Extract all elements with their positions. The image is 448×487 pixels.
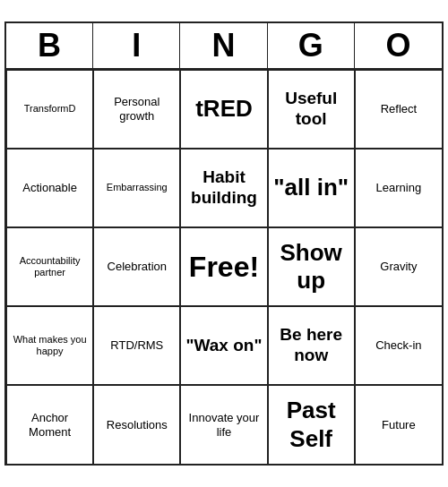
header-letter: O bbox=[355, 23, 442, 68]
cell-label: Anchor Moment bbox=[11, 411, 89, 439]
bingo-cell: Celebration bbox=[93, 227, 180, 306]
cell-label: Habit building bbox=[185, 167, 263, 209]
cell-label: Past Self bbox=[272, 397, 350, 452]
cell-label: Resolutions bbox=[107, 418, 168, 432]
cell-label: tRED bbox=[195, 95, 253, 123]
bingo-cell: Reflect bbox=[355, 70, 442, 149]
cell-label: TransformD bbox=[24, 103, 76, 115]
header-letter: G bbox=[268, 23, 355, 68]
header-letter: I bbox=[93, 23, 180, 68]
bingo-cell: Embarrassing bbox=[93, 149, 180, 227]
bingo-cell: Habit building bbox=[180, 149, 267, 227]
bingo-cell: "Wax on" bbox=[180, 306, 267, 385]
bingo-cell: "all in" bbox=[268, 149, 355, 227]
bingo-cell: Gravity bbox=[355, 227, 442, 306]
bingo-cell: What makes you happy bbox=[6, 306, 93, 385]
bingo-cell: Anchor Moment bbox=[6, 385, 93, 464]
bingo-cell: Innovate your life bbox=[180, 385, 267, 464]
cell-label: What makes you happy bbox=[11, 334, 89, 357]
cell-label: Personal growth bbox=[98, 95, 176, 123]
bingo-cell: Future bbox=[355, 385, 442, 464]
bingo-header: BINGO bbox=[6, 23, 442, 70]
bingo-cell: RTD/RMS bbox=[93, 306, 180, 385]
cell-label: Innovate your life bbox=[185, 411, 263, 439]
bingo-card: BINGO TransformDPersonal growthtREDUsefu… bbox=[4, 21, 444, 466]
cell-label: Check-in bbox=[375, 338, 421, 353]
bingo-cell: Actionable bbox=[6, 149, 93, 227]
cell-label: Reflect bbox=[381, 102, 417, 116]
cell-label: Accountability partner bbox=[11, 255, 89, 278]
bingo-cell: Past Self bbox=[268, 385, 355, 464]
bingo-cell: Learning bbox=[355, 149, 442, 227]
cell-label: Useful tool bbox=[272, 89, 350, 130]
cell-label: Free! bbox=[189, 250, 259, 284]
cell-label: Embarrassing bbox=[107, 182, 168, 193]
cell-label: Future bbox=[382, 418, 416, 432]
cell-label: Actionable bbox=[22, 181, 77, 195]
cell-label: RTD/RMS bbox=[110, 338, 163, 353]
bingo-cell: Check-in bbox=[355, 306, 442, 385]
bingo-cell: Personal growth bbox=[93, 70, 180, 149]
cell-label: "all in" bbox=[273, 174, 349, 201]
cell-label: Learning bbox=[376, 181, 422, 195]
bingo-grid: TransformDPersonal growthtREDUseful tool… bbox=[6, 70, 442, 464]
bingo-cell: Accountability partner bbox=[6, 227, 93, 306]
cell-label: "Wax on" bbox=[186, 336, 263, 356]
bingo-cell: Resolutions bbox=[93, 385, 180, 464]
bingo-cell: Show up bbox=[268, 227, 355, 306]
cell-label: Gravity bbox=[380, 260, 417, 274]
bingo-cell: TransformD bbox=[6, 70, 93, 149]
cell-label: Celebration bbox=[108, 260, 168, 274]
bingo-cell: Free! bbox=[180, 227, 267, 306]
bingo-cell: Be here now bbox=[268, 306, 355, 385]
header-letter: B bbox=[6, 23, 93, 68]
bingo-cell: tRED bbox=[180, 70, 267, 149]
header-letter: N bbox=[180, 23, 267, 68]
cell-label: Show up bbox=[272, 239, 350, 295]
bingo-cell: Useful tool bbox=[268, 70, 355, 149]
cell-label: Be here now bbox=[272, 325, 350, 366]
